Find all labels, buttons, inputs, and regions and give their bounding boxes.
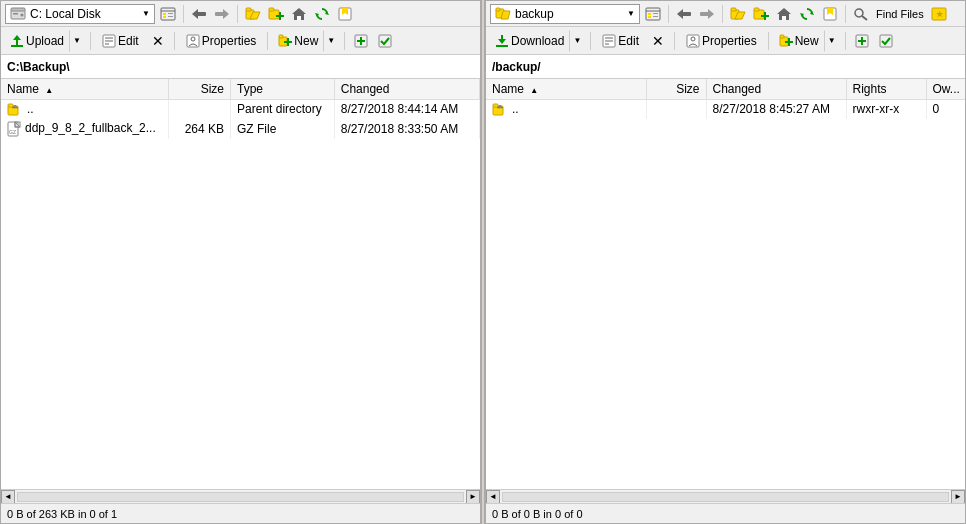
right-file-list[interactable]: Name ▲ Size Changed Rights — [486, 79, 965, 489]
right-edit-btn[interactable]: Edit — [596, 30, 645, 52]
right-col-size[interactable]: Size — [646, 79, 706, 100]
right-find-files-label[interactable]: Find Files — [873, 3, 927, 25]
right-bookmark-btn[interactable] — [819, 3, 841, 25]
sep1 — [183, 5, 184, 23]
svg-rect-83 — [496, 45, 508, 47]
svg-marker-53 — [501, 11, 510, 19]
left-open-btn[interactable] — [242, 3, 264, 25]
left-file-list[interactable]: Name ▲ Size Type Changed — [1, 79, 480, 489]
svg-rect-13 — [215, 12, 224, 16]
right-download-main[interactable]: Download — [490, 30, 569, 52]
right-view-btn[interactable] — [642, 3, 664, 25]
left-edit-label: Edit — [118, 34, 139, 48]
svg-point-2 — [21, 13, 24, 16]
left-scroll-right[interactable]: ► — [466, 490, 480, 504]
right-col-name[interactable]: Name ▲ — [486, 79, 646, 100]
right-new-folder-btn[interactable] — [750, 3, 772, 25]
svg-rect-28 — [16, 39, 18, 45]
left-plus-btn[interactable] — [350, 30, 372, 52]
left-refresh-btn[interactable] — [311, 3, 333, 25]
name-sort-arrow: ▲ — [45, 86, 53, 95]
right-new-arrow[interactable]: ▼ — [824, 30, 840, 52]
left-check-btn[interactable] — [374, 30, 396, 52]
right-delete-btn[interactable]: ✕ — [647, 30, 669, 52]
left-scrollbar[interactable]: ◄ ► — [1, 489, 480, 503]
svg-rect-43 — [379, 35, 391, 47]
right-col-rights[interactable]: Rights — [846, 79, 926, 100]
left-forward-btn[interactable] — [211, 3, 233, 25]
file-gz-icon: GZ — [7, 121, 21, 135]
left-col-type[interactable]: Type — [231, 79, 335, 100]
right-check-btn[interactable] — [875, 30, 897, 52]
right-scroll-track[interactable] — [502, 492, 949, 502]
left-scroll-left[interactable]: ◄ — [1, 490, 15, 504]
right-properties-btn[interactable]: Properties — [680, 30, 763, 52]
left-file-row[interactable]: GZ ddp_9_8_2_fullback_2...264 KBGZ File8… — [1, 119, 480, 139]
right-new-btn[interactable]: New ▼ — [774, 30, 840, 52]
left-upload-btn[interactable]: Upload ▼ — [5, 30, 85, 52]
right-home-btn[interactable] — [773, 3, 795, 25]
left-upload-main[interactable]: Upload — [5, 30, 69, 52]
right-path-bar: /backup/ — [486, 55, 965, 79]
left-file-name: GZ ddp_9_8_2_fullback_2... — [1, 119, 168, 139]
right-col-changed[interactable]: Changed — [706, 79, 846, 100]
left-new-main[interactable]: New — [273, 30, 323, 52]
right-back-btn[interactable] — [673, 3, 695, 25]
left-column-headers: Name ▲ Size Type Changed — [1, 79, 480, 100]
left-edit-btn[interactable]: Edit — [96, 30, 145, 52]
right-find-btn[interactable] — [850, 3, 872, 25]
right-plus-btn[interactable] — [851, 30, 873, 52]
left-new-folder-btn[interactable] — [265, 3, 287, 25]
left-bookmark-btn[interactable] — [334, 3, 356, 25]
svg-rect-45 — [8, 104, 13, 107]
main-container: C: Local Disk ▼ — [0, 0, 966, 524]
right-forward-btn[interactable] — [696, 3, 718, 25]
svg-rect-61 — [682, 12, 691, 16]
svg-rect-56 — [648, 13, 651, 15]
svg-rect-58 — [653, 13, 658, 14]
folder-up-icon — [7, 102, 23, 116]
left-drive-dropdown[interactable]: C: Local Disk ▼ — [5, 4, 155, 24]
left-new-btn[interactable]: New ▼ — [273, 30, 339, 52]
right-file-name-text: .. — [512, 102, 519, 116]
left-scroll-track[interactable] — [17, 492, 464, 502]
left-upload-arrow[interactable]: ▼ — [69, 30, 85, 52]
right-toolbar-row2: Download ▼ Edit ✕ — [486, 27, 965, 55]
svg-rect-63 — [700, 12, 709, 16]
right-drive-dropdown[interactable]: backup ▼ — [490, 4, 640, 24]
left-home-btn[interactable] — [288, 3, 310, 25]
right-open-btn[interactable] — [727, 3, 749, 25]
right-column-headers: Name ▲ Size Changed Rights — [486, 79, 965, 100]
left-delete-btn[interactable]: ✕ — [147, 30, 169, 52]
sep-t2 — [174, 32, 175, 50]
right-col-owner[interactable]: Ow... — [926, 79, 965, 100]
svg-rect-99 — [493, 104, 498, 107]
left-file-size: 264 KB — [168, 119, 230, 139]
right-download-btn[interactable]: Download ▼ — [490, 30, 585, 52]
svg-rect-68 — [754, 8, 759, 11]
left-col-size[interactable]: Size — [168, 79, 230, 100]
left-file-row[interactable]: ..Parent directory8/27/2018 8:44:14 AM — [1, 100, 480, 119]
right-file-row[interactable]: ..8/27/2018 8:45:27 AMrwxr-xr-x0 — [486, 100, 965, 119]
left-new-arrow[interactable]: ▼ — [323, 30, 339, 52]
sep-rt1 — [590, 32, 591, 50]
right-download-arrow[interactable]: ▼ — [569, 30, 585, 52]
right-status-text: 0 B of 0 B in 0 of 0 — [492, 508, 583, 520]
left-status-bar: 0 B of 263 KB in 0 of 1 — [1, 503, 480, 523]
left-delete-icon: ✕ — [152, 33, 164, 49]
left-view-btn[interactable] — [157, 3, 179, 25]
right-scroll-left[interactable]: ◄ — [486, 490, 500, 504]
right-scrollbar[interactable]: ◄ ► — [486, 489, 965, 503]
right-extra-btn[interactable]: ★ — [928, 3, 950, 25]
left-back-btn[interactable] — [188, 3, 210, 25]
right-scroll-right[interactable]: ► — [951, 490, 965, 504]
left-col-changed[interactable]: Changed — [334, 79, 479, 100]
right-refresh-btn[interactable] — [796, 3, 818, 25]
svg-rect-97 — [880, 35, 892, 47]
svg-rect-15 — [246, 8, 251, 11]
svg-rect-11 — [197, 12, 206, 16]
svg-rect-7 — [163, 16, 166, 18]
left-col-name[interactable]: Name ▲ — [1, 79, 168, 100]
right-new-main[interactable]: New — [774, 30, 824, 52]
left-properties-btn[interactable]: Properties — [180, 30, 263, 52]
